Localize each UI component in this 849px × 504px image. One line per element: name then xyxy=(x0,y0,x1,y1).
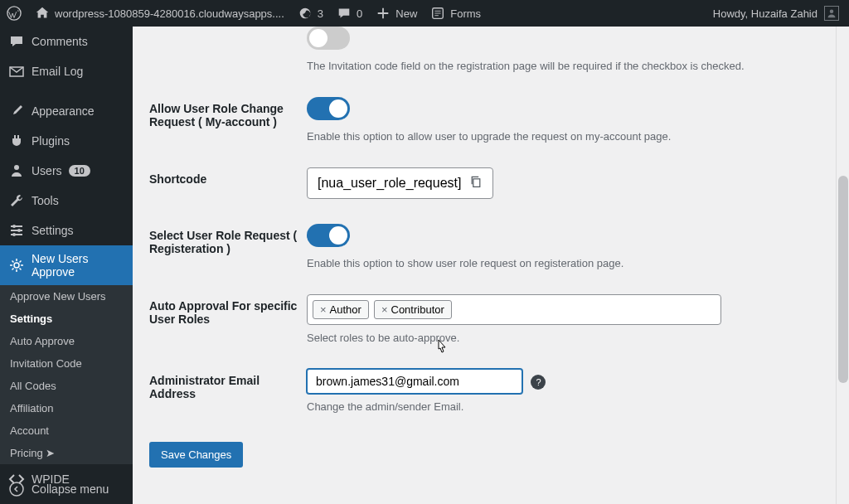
comment-icon xyxy=(8,33,25,50)
menu-label: Users xyxy=(32,164,62,177)
menu-label: Collapse menu xyxy=(32,482,109,496)
plus-icon xyxy=(376,6,391,21)
brush-icon xyxy=(8,103,25,119)
wrench-icon xyxy=(8,192,25,209)
site-name: wordpress-1080859-4280016.cloudwaysapps.… xyxy=(55,7,284,20)
auto-approval-roles-input[interactable]: ×Author ×Contributor xyxy=(307,294,721,325)
field-label: Allow User Role Change Request ( My-acco… xyxy=(149,97,307,143)
field-description: Change the admin/sender Email. xyxy=(307,400,832,413)
shortcode-text: [nua_user_role_request] xyxy=(318,176,461,191)
menu-label: Comments xyxy=(32,35,88,48)
svg-point-7 xyxy=(12,233,16,236)
tag-remove[interactable]: × xyxy=(381,303,388,316)
field-description: Enable this option to allow user to upgr… xyxy=(307,130,832,143)
menu-users[interactable]: Users 10 xyxy=(0,156,133,186)
submenu-approve-new-users[interactable]: Approve New Users xyxy=(0,285,133,308)
field-description: The Invitation code field on the registr… xyxy=(307,60,832,72)
scrollbar[interactable] xyxy=(836,27,849,504)
copy-button[interactable] xyxy=(469,175,483,191)
menu-tools[interactable]: Tools xyxy=(0,186,133,216)
menu-label: Appearance xyxy=(32,104,95,118)
menu-label: Tools xyxy=(32,194,59,207)
comment-icon xyxy=(337,6,352,21)
refresh-icon xyxy=(298,6,313,21)
user-icon xyxy=(8,162,25,179)
svg-point-5 xyxy=(12,225,16,228)
submenu-settings[interactable]: Settings xyxy=(0,308,133,330)
footer: Thank you for creating with WordPress. V… xyxy=(149,492,832,504)
role-request-registration-toggle[interactable] xyxy=(307,224,350,247)
admin-email-input[interactable] xyxy=(307,369,522,394)
help-icon[interactable]: ? xyxy=(531,375,546,390)
submenu-affiliation[interactable]: Affiliation xyxy=(0,397,133,419)
role-change-toggle[interactable] xyxy=(307,97,350,120)
shortcode-display: [nua_user_role_request] xyxy=(307,167,493,199)
svg-point-6 xyxy=(17,229,21,232)
updates-link[interactable]: 3 xyxy=(291,0,330,27)
wordpress-icon xyxy=(7,6,22,21)
comments-count: 0 xyxy=(357,7,362,20)
account-link[interactable]: Howdy, Huzaifa Zahid xyxy=(713,6,849,21)
tag-label: Author xyxy=(330,303,361,316)
updates-count: 3 xyxy=(318,7,323,20)
field-label: Select User Role Request ( Registeration… xyxy=(149,224,307,269)
invitation-required-toggle[interactable] xyxy=(307,27,350,50)
forms-icon xyxy=(430,6,445,21)
plugin-icon xyxy=(8,133,25,149)
menu-comments[interactable]: Comments xyxy=(0,27,133,56)
howdy-text: Howdy, Huzaifa Zahid xyxy=(713,7,817,20)
avatar xyxy=(824,6,839,21)
svg-rect-11 xyxy=(473,179,480,187)
submenu: Approve New Users Settings Auto Approve … xyxy=(0,285,133,464)
menu-plugins[interactable]: Plugins xyxy=(0,126,133,156)
person-icon xyxy=(827,8,837,18)
svg-point-2 xyxy=(830,10,834,14)
svg-point-4 xyxy=(14,165,19,170)
comments-link[interactable]: 0 xyxy=(330,0,369,27)
role-tag: ×Contributor xyxy=(374,300,452,319)
new-link[interactable]: New xyxy=(369,0,424,27)
save-button[interactable]: Save Changes xyxy=(149,442,243,468)
field-label: Shortcode xyxy=(149,167,307,199)
scrollbar-thumb[interactable] xyxy=(838,176,848,383)
forms-label: Forms xyxy=(450,7,481,20)
menu-settings[interactable]: Settings xyxy=(0,216,133,245)
sliders-icon xyxy=(8,222,25,239)
tag-remove[interactable]: × xyxy=(320,303,327,316)
wp-logo[interactable] xyxy=(0,0,28,27)
menu-label: New Users Approve xyxy=(32,252,124,279)
new-label: New xyxy=(395,7,417,20)
submenu-pricing[interactable]: Pricing ➤ xyxy=(0,442,133,464)
field-label: Auto Approval For specific User Roles xyxy=(149,294,307,344)
submenu-all-codes[interactable]: All Codes xyxy=(0,375,133,397)
site-link[interactable]: wordpress-1080859-4280016.cloudwaysapps.… xyxy=(28,0,291,27)
admin-sidebar: Comments Email Log Appearance Plugins Us… xyxy=(0,27,133,504)
users-badge: 10 xyxy=(69,165,90,177)
collapse-icon xyxy=(8,481,25,497)
field-label: Administrator Email Address xyxy=(149,369,307,413)
menu-label: Email Log xyxy=(32,65,83,78)
submenu-account[interactable]: Account xyxy=(0,419,133,442)
home-icon xyxy=(35,6,50,21)
admin-toolbar: wordpress-1080859-4280016.cloudwaysapps.… xyxy=(0,0,849,27)
submenu-invitation-code[interactable]: Invitation Code xyxy=(0,352,133,375)
forms-link[interactable]: Forms xyxy=(424,0,488,27)
field-description: Enable this option to show user role req… xyxy=(307,257,832,269)
gear-icon xyxy=(8,257,25,274)
menu-appearance[interactable]: Appearance xyxy=(0,96,133,126)
menu-label: Plugins xyxy=(32,134,70,148)
main-content: The Invitation code field on the registr… xyxy=(133,27,849,504)
tag-label: Contributor xyxy=(391,303,444,316)
menu-email-log[interactable]: Email Log xyxy=(0,56,133,86)
menu-label: Settings xyxy=(32,224,74,237)
field-description: Select roles to be auto-approve. xyxy=(307,332,832,344)
submenu-auto-approve[interactable]: Auto Approve xyxy=(0,330,133,352)
menu-new-users-approve[interactable]: New Users Approve xyxy=(0,245,133,285)
role-tag: ×Author xyxy=(313,300,369,319)
svg-point-8 xyxy=(14,263,19,268)
svg-point-10 xyxy=(10,482,23,496)
copy-icon xyxy=(469,175,483,188)
mail-icon xyxy=(8,63,25,80)
collapse-menu[interactable]: Collapse menu xyxy=(0,474,133,504)
